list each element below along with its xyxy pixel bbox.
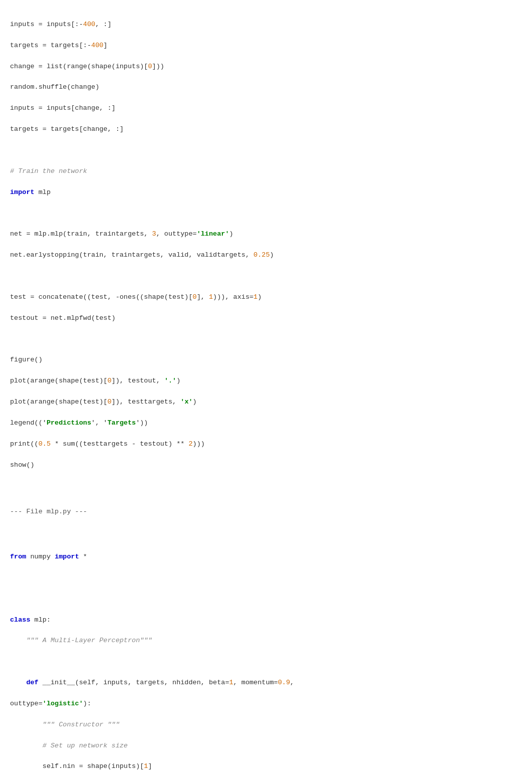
line-blank2: [10, 209, 522, 219]
line-blank8: [10, 594, 522, 605]
line-constructor-docstring: """ Constructor """: [10, 720, 522, 730]
file-separator: --- File mlp.py ---: [10, 507, 522, 517]
line-test1: test = concatenate((test, -ones((shape(t…: [10, 292, 522, 303]
line-blank9: [10, 657, 522, 667]
line-legend: legend(('Predictions', 'Targets')): [10, 418, 522, 429]
line-print: print((0.5 * sum((testtargets - testout)…: [10, 439, 522, 450]
line-outtype: outtype='logistic'):: [10, 699, 522, 709]
line-2: targets = targets[:-400]: [10, 41, 522, 51]
line-class-docstring: """ A Multi-Layer Perceptron""": [10, 636, 522, 646]
line-4: random.shuffle(change): [10, 82, 522, 93]
line-1: inputs = inputs[:-400, :]: [10, 20, 522, 30]
line-blank1: [10, 145, 522, 156]
line-blank4: [10, 334, 522, 345]
line-blank5: [10, 481, 522, 491]
code-editor: inputs = inputs[:-400, :] targets = targ…: [10, 9, 522, 780]
line-show: show(): [10, 460, 522, 471]
line-import: import mlp: [10, 187, 522, 198]
line-class: class mlp:: [10, 615, 522, 626]
line-nin: self.nin = shape(inputs)[1]: [10, 761, 522, 772]
line-figure: figure(): [10, 355, 522, 365]
line-plot1: plot(arange(shape(test)[0]), testout, '.…: [10, 376, 522, 386]
line-blank7: [10, 573, 522, 583]
code-content: inputs = inputs[:-400, :] targets = targ…: [10, 9, 522, 780]
line-5: inputs = inputs[change, :]: [10, 103, 522, 114]
line-net1: net = mlp.mlp(train, traintargets, 3, ou…: [10, 229, 522, 240]
line-train-comment: # Train the network: [10, 166, 522, 177]
line-plot2: plot(arange(shape(test)[0]), testtargets…: [10, 397, 522, 408]
line-6: targets = targets[change, :]: [10, 124, 522, 135]
line-setup-comment: # Set up network size: [10, 741, 522, 751]
line-def: def __init__(self, inputs, targets, nhid…: [10, 678, 522, 688]
line-net2: net.earlystopping(train, traintargets, v…: [10, 250, 522, 261]
line-from: from numpy import *: [10, 552, 522, 562]
line-3: change = list(range(shape(inputs)[0])): [10, 62, 522, 72]
line-test2: testout = net.mlpfwd(test): [10, 313, 522, 324]
line-blank3: [10, 271, 522, 282]
line-blank6: [10, 531, 522, 541]
